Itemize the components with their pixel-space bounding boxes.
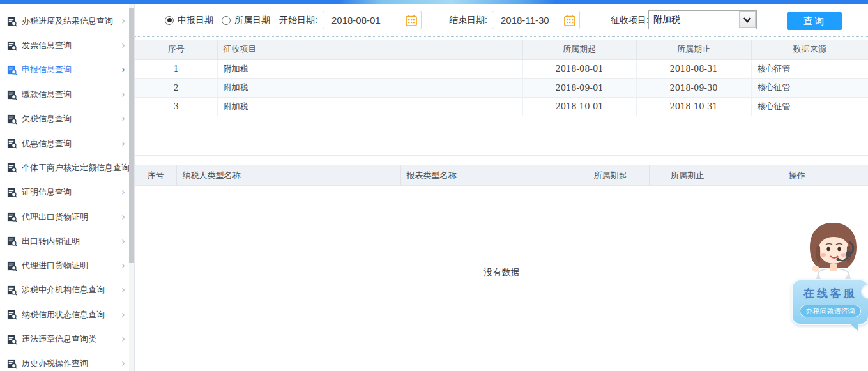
cell-data-source: 核心征管 xyxy=(751,97,868,116)
cell-levy-item: 附加税 xyxy=(217,79,522,98)
col-header-report-type: 报表类型名称 xyxy=(400,165,572,186)
sidebar-item-tax-intermediary-query[interactable]: 涉税中介机构信息查询 › xyxy=(0,278,134,302)
cell-levy-item: 附加税 xyxy=(217,97,522,116)
cell-seq: 1 xyxy=(135,59,217,79)
chevron-right-icon: › xyxy=(121,211,125,223)
doc-search-icon xyxy=(6,114,17,125)
sidebar-item-declaration-query[interactable]: 申报信息查询 › xyxy=(0,58,134,82)
levy-item-select[interactable]: 附加税 xyxy=(648,10,757,29)
levy-item-label: 征收项目: xyxy=(611,15,649,26)
doc-search-icon xyxy=(6,236,17,246)
chevron-right-icon: › xyxy=(121,358,125,369)
cell-seq: 3 xyxy=(135,97,217,116)
col-header-actions: 操作 xyxy=(726,165,868,186)
sidebar-item-label: 欠税信息查询 xyxy=(22,113,72,125)
query-button[interactable]: 查询 xyxy=(787,12,842,30)
col-header-period-end: 所属期止 xyxy=(649,165,726,186)
radio-dot-icon xyxy=(165,16,174,25)
table-row[interactable]: 2 附加税 2018-09-01 2018-09-30 核心征管 xyxy=(135,79,868,98)
cell-data-source: 核心征管 xyxy=(751,59,868,79)
sidebar-scrollbar-track[interactable] xyxy=(129,4,134,371)
chevron-right-icon: › xyxy=(121,309,125,321)
sidebar-item-tax-credit-status-query[interactable]: 纳税信用状态信息查询 › xyxy=(0,303,134,327)
chevron-right-icon: › xyxy=(121,186,125,198)
sidebar-item-individual-quota-query[interactable]: 个体工商户核定定额信息查询 › xyxy=(0,156,134,180)
doc-search-icon xyxy=(6,285,17,296)
sidebar-item-agent-export-certificate[interactable]: 代理出口货物证明 › xyxy=(0,204,134,229)
section-separator xyxy=(135,155,868,156)
sidebar-item-invoice-query[interactable]: 发票信息查询 › xyxy=(0,33,134,57)
sidebar-item-export-to-domestic[interactable]: 出口转内销证明 › xyxy=(0,229,134,254)
table-row[interactable]: 3 附加税 2018-10-01 2018-10-31 核心征管 xyxy=(135,97,868,116)
cell-period-start: 2018-08-01 xyxy=(522,59,636,79)
sidebar-item-label: 出口转内销证明 xyxy=(22,236,80,247)
service-bubble[interactable]: 在线客服 办税问题请咨询 xyxy=(791,279,868,325)
main-content: 申报日期 所属日期 开始日期: 结束日期: xyxy=(135,4,868,371)
online-service-widget[interactable]: 在线客服 办税问题请咨询 xyxy=(786,219,868,333)
cell-seq: 2 xyxy=(135,79,217,98)
sidebar-item-tax-arrears-query[interactable]: 欠税信息查询 › xyxy=(0,107,134,131)
sidebar-item-history-operations-query[interactable]: 历史办税操作查询 › xyxy=(0,351,134,371)
sidebar-item-preference-query[interactable]: 优惠信息查询 › xyxy=(0,131,134,155)
sidebar-menu: 办税进度及结果信息查询 › 发票信息查询 › 申报信息查询 › 缴款信息查询 ›… xyxy=(0,4,135,371)
sidebar-item-label: 办税进度及结果信息查询 xyxy=(22,15,113,27)
doc-search-icon xyxy=(6,309,17,320)
cell-period-end: 2018-10-31 xyxy=(636,97,751,116)
col-header-data-source: 数据来源 xyxy=(751,40,868,59)
sidebar-item-label: 代理进口货物证明 xyxy=(22,260,88,271)
sidebar-item-label: 纳税信用状态信息查询 xyxy=(22,309,105,321)
sidebar-item-label: 发票信息查询 xyxy=(22,40,72,51)
radio-label: 申报日期 xyxy=(178,15,213,26)
radio-label: 所属日期 xyxy=(234,15,270,26)
app-window: 办税进度及结果信息查询 › 发票信息查询 › 申报信息查询 › 缴款信息查询 ›… xyxy=(0,0,868,371)
chevron-down-icon xyxy=(739,11,756,28)
sidebar-scrollbar-thumb[interactable] xyxy=(129,8,134,263)
table-header-row: 序号 征收项目 所属期起 所属期止 数据来源 xyxy=(135,40,868,59)
table-row[interactable]: 1 附加税 2018-08-01 2018-08-31 核心征管 xyxy=(135,59,868,79)
sidebar-item-violation-query[interactable]: 违法违章信息查询类 › xyxy=(0,327,134,351)
chevron-right-icon: › xyxy=(121,113,125,125)
radio-dot-icon xyxy=(222,16,231,25)
sidebar-item-label: 涉税中介机构信息查询 xyxy=(22,284,105,296)
report-type-table: 序号 纳税人类型名称 报表类型名称 所属期起 所属期止 操作 xyxy=(135,165,868,186)
doc-search-icon xyxy=(6,64,17,75)
doc-search-icon xyxy=(6,211,17,222)
col-header-seq: 序号 xyxy=(135,40,217,59)
doc-search-icon xyxy=(6,334,17,345)
doc-search-icon xyxy=(6,89,17,100)
chevron-right-icon: › xyxy=(121,236,125,247)
radio-declare-date[interactable]: 申报日期 xyxy=(165,15,213,26)
doc-search-icon xyxy=(6,16,17,27)
sidebar-item-tax-progress-query[interactable]: 办税进度及结果信息查询 › xyxy=(0,9,134,33)
filter-separator xyxy=(135,36,868,37)
doc-search-icon xyxy=(6,162,17,173)
cell-levy-item: 附加税 xyxy=(217,59,522,79)
chevron-right-icon: › xyxy=(121,333,125,345)
service-title: 在线客服 xyxy=(793,286,868,301)
chevron-right-icon: › xyxy=(121,260,125,271)
sidebar-item-payment-query[interactable]: 缴款信息查询 › xyxy=(0,82,134,107)
doc-search-icon xyxy=(6,261,17,271)
col-header-levy-item: 征收项目 xyxy=(217,40,522,59)
sidebar-item-label: 历史办税操作查询 xyxy=(22,358,88,369)
chevron-right-icon: › xyxy=(121,64,125,75)
chevron-right-icon: › xyxy=(121,162,125,174)
doc-search-icon xyxy=(6,138,17,149)
sidebar-item-label: 证明信息查询 xyxy=(22,186,72,198)
start-date-field xyxy=(323,11,422,29)
col-header-period-end: 所属期止 xyxy=(636,40,751,59)
calendar-icon[interactable] xyxy=(563,14,576,27)
chevron-right-icon: › xyxy=(121,284,125,296)
declaration-result-table: 序号 征收项目 所属期起 所属期止 数据来源 1 附加税 2018-08-01 … xyxy=(135,40,868,116)
empty-state-text: 没有数据 xyxy=(135,267,868,278)
col-header-seq: 序号 xyxy=(135,165,176,186)
radio-belong-date[interactable]: 所属日期 xyxy=(222,15,270,26)
bubble-tail xyxy=(849,323,858,331)
doc-search-icon xyxy=(6,187,17,198)
sidebar-item-certificate-query[interactable]: 证明信息查询 › xyxy=(0,180,134,204)
sidebar-item-label: 违法违章信息查询类 xyxy=(22,333,96,345)
start-date-label: 开始日期: xyxy=(279,15,317,26)
cell-period-start: 2018-10-01 xyxy=(522,97,636,116)
sidebar-item-agent-import-certificate[interactable]: 代理进口货物证明 › xyxy=(0,254,134,278)
calendar-icon[interactable] xyxy=(405,14,418,27)
